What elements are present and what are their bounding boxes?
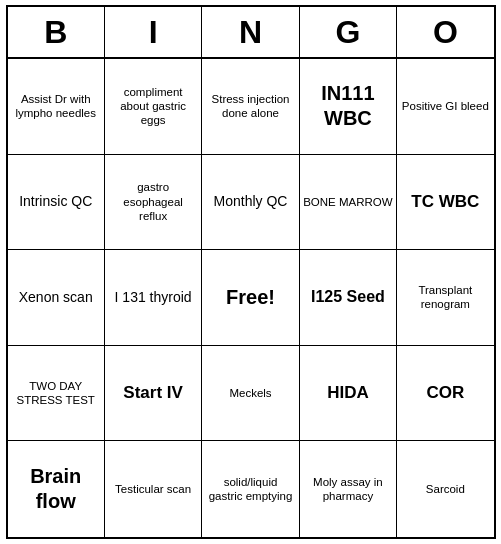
header-letter-N: N: [202, 7, 299, 59]
bingo-row-0: Assist Dr with lympho needlescompliment …: [8, 59, 494, 155]
bingo-cell-4-4: Sarcoid: [397, 441, 493, 537]
bingo-cell-2-2: Free!: [202, 250, 299, 346]
bingo-cell-1-2: Monthly QC: [202, 155, 299, 251]
bingo-cell-2-4: Transplant renogram: [397, 250, 493, 346]
bingo-grid: Assist Dr with lympho needlescompliment …: [8, 59, 494, 537]
bingo-cell-4-0: Brain flow: [8, 441, 105, 537]
bingo-row-3: TWO DAY STRESS TESTStart IVMeckelsHIDACO…: [8, 346, 494, 442]
bingo-cell-0-2: Stress injection done alone: [202, 59, 299, 155]
bingo-cell-4-2: solid/liquid gastric emptying: [202, 441, 299, 537]
bingo-cell-0-3: IN111 WBC: [300, 59, 397, 155]
header-letter-B: B: [8, 7, 105, 59]
bingo-cell-2-3: I125 Seed: [300, 250, 397, 346]
bingo-cell-4-1: Testicular scan: [105, 441, 202, 537]
bingo-row-2: Xenon scanI 131 thyroidFree!I125 SeedTra…: [8, 250, 494, 346]
bingo-cell-1-3: BONE MARROW: [300, 155, 397, 251]
bingo-header: BINGO: [8, 7, 494, 59]
bingo-cell-3-4: COR: [397, 346, 493, 442]
bingo-row-4: Brain flowTesticular scansolid/liquid ga…: [8, 441, 494, 537]
bingo-cell-3-0: TWO DAY STRESS TEST: [8, 346, 105, 442]
bingo-card: BINGO Assist Dr with lympho needlescompl…: [6, 5, 496, 539]
bingo-cell-1-0: Intrinsic QC: [8, 155, 105, 251]
header-letter-I: I: [105, 7, 202, 59]
bingo-cell-1-1: gastro esophageal reflux: [105, 155, 202, 251]
header-letter-O: O: [397, 7, 493, 59]
bingo-cell-0-0: Assist Dr with lympho needles: [8, 59, 105, 155]
bingo-cell-0-1: compliment about gastric eggs: [105, 59, 202, 155]
bingo-cell-2-1: I 131 thyroid: [105, 250, 202, 346]
bingo-cell-3-2: Meckels: [202, 346, 299, 442]
header-letter-G: G: [300, 7, 397, 59]
bingo-cell-2-0: Xenon scan: [8, 250, 105, 346]
bingo-cell-0-4: Positive GI bleed: [397, 59, 493, 155]
bingo-cell-1-4: TC WBC: [397, 155, 493, 251]
bingo-cell-4-3: Moly assay in pharmacy: [300, 441, 397, 537]
bingo-row-1: Intrinsic QCgastro esophageal refluxMont…: [8, 155, 494, 251]
bingo-cell-3-1: Start IV: [105, 346, 202, 442]
bingo-cell-3-3: HIDA: [300, 346, 397, 442]
